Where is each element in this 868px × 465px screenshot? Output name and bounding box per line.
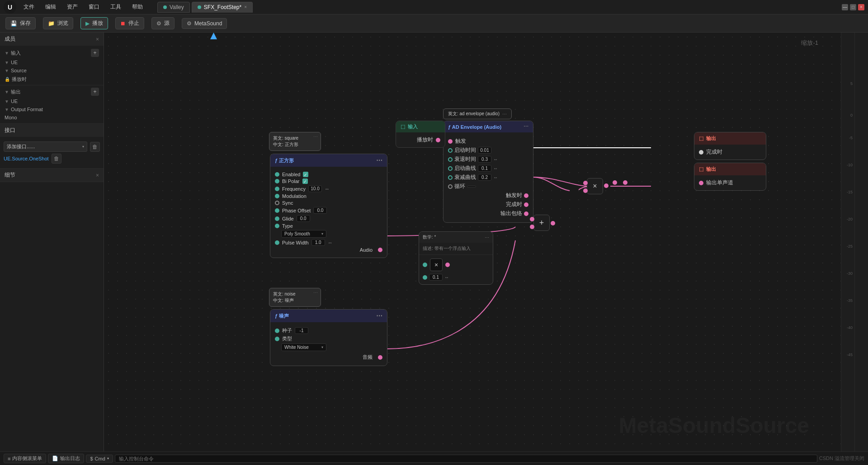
square-label-expand[interactable]: ⋯: [313, 134, 318, 139]
modulation-label: Modulation: [282, 193, 307, 199]
bipolar-checkbox[interactable]: ✓: [302, 178, 308, 184]
sidebar-item-mono[interactable]: Mono: [0, 113, 104, 122]
play-label: 播放: [92, 19, 103, 27]
sidebar-item-output-format[interactable]: ▼ Output Format: [0, 105, 104, 113]
browse-button[interactable]: 浏览: [43, 17, 73, 29]
minimize-button[interactable]: —: [842, 4, 848, 10]
audio-out-label: Audio: [360, 247, 373, 253]
math-val-value[interactable]: 0.1: [429, 274, 443, 281]
menu-edit[interactable]: 编辑: [42, 1, 60, 13]
console-input[interactable]: [115, 455, 817, 463]
pulse-label: Pulse Width: [282, 240, 309, 245]
math-val-port: [423, 275, 427, 280]
sidebar-item-input[interactable]: ▼ 输入 +: [0, 47, 104, 58]
status-right: CSDN 溢流管理关闭: [819, 455, 864, 462]
noise-dots-icon[interactable]: ⋯: [376, 312, 382, 319]
math-dots-icon[interactable]: ⋯: [485, 235, 489, 240]
noise-label-node: 英文: noise 中文: 噪声 ⋯: [269, 288, 321, 307]
add-output-button[interactable]: +: [91, 88, 99, 96]
sidebar-item-output[interactable]: ▼ 输出 +: [0, 86, 104, 97]
noise-label-expand[interactable]: ⋯: [313, 290, 318, 295]
sidebar-item-source[interactable]: ▼ Source: [0, 66, 104, 75]
pulse-value[interactable]: 1.0: [311, 239, 325, 246]
pulse-port: [275, 240, 279, 245]
playback-port: [436, 138, 440, 142]
metasound-button[interactable]: MetaSound: [182, 18, 227, 29]
menu-window[interactable]: 窗口: [85, 1, 103, 13]
add-interface-dropdown[interactable]: 添加接口...... ▾: [4, 141, 87, 152]
ue2-arrow-icon: ▼: [5, 99, 9, 104]
output-log-button[interactable]: 📄 输出日志: [48, 454, 84, 463]
ue2-label: UE: [11, 99, 18, 104]
main-area: 成员 × ▼ 输入 + ▼ UE ▼ Source: [0, 33, 868, 465]
add-box: +: [533, 215, 550, 231]
atk-curve-value[interactable]: 0.1: [478, 165, 491, 172]
sidebar-item-playback[interactable]: 🔒 播放时: [0, 75, 104, 84]
square-dots-icon[interactable]: ⋯: [376, 157, 382, 164]
menu-tools[interactable]: 工具: [107, 1, 125, 13]
cmd-button[interactable]: $ Cmd ▾: [86, 455, 113, 463]
frequency-value[interactable]: 10.0: [308, 185, 322, 192]
sidebar-item-ue[interactable]: ▼ UE: [0, 58, 104, 66]
output-node-top: ⬚ 输出 完成时: [694, 132, 766, 160]
close-button[interactable]: ×: [858, 4, 864, 10]
noise-type-dropdown[interactable]: White Noise ▾: [281, 343, 326, 351]
ad-title-expand-icon[interactable]: ⋯: [502, 112, 507, 117]
members-header[interactable]: 成员 ×: [0, 33, 104, 46]
seed-label: 种子: [282, 327, 292, 334]
ad-node-body: 触发 启动时间 0.01 衰退时间 0.3 ↔ 启动: [443, 132, 533, 222]
output-format-label: Output Format: [11, 107, 43, 112]
bipolar-label: Bi Polar: [282, 178, 300, 184]
ad-dots-icon[interactable]: ⋯: [524, 124, 528, 130]
square-node-header: ƒ 正方形 ⋯: [270, 154, 387, 167]
play-button[interactable]: 播放: [80, 17, 108, 29]
maximize-button[interactable]: □: [850, 4, 856, 10]
decay-curve-value[interactable]: 0.2: [478, 174, 491, 181]
glide-label: Glide: [282, 216, 294, 221]
output-node-bottom: ⬚ 输出 输出单声道: [694, 163, 766, 191]
members-close-icon[interactable]: ×: [96, 36, 99, 42]
source-arrow-icon: ▼: [5, 68, 9, 73]
canvas[interactable]: 缩放-1 MetaSoundSource: [104, 33, 854, 465]
titlebar: U 文件 编辑 资产 窗口 工具 帮助 Valley SFX_FootStep*…: [0, 0, 868, 14]
title-tabs: Valley SFX_FootStep* ×: [157, 2, 253, 13]
delete-button2[interactable]: 🗑: [52, 154, 61, 164]
sync-port: [275, 201, 279, 205]
details-close-icon[interactable]: ×: [96, 172, 99, 178]
type-dropdown[interactable]: Poly Smooth ▾: [281, 230, 326, 238]
scale-5: 5: [850, 81, 853, 86]
save-button[interactable]: 保存: [5, 17, 36, 29]
add-input-button[interactable]: +: [91, 49, 99, 57]
scale-n20: -20: [847, 217, 853, 221]
phase-value[interactable]: 0.0: [313, 207, 327, 214]
stop-button[interactable]: 停止: [115, 17, 144, 29]
interface-header[interactable]: 接口: [0, 124, 104, 137]
menu-help[interactable]: 帮助: [128, 1, 146, 13]
noise-label-line1: 英文: noise: [273, 291, 317, 297]
ad-header-label: ƒ AD Envelope (Audio): [448, 124, 501, 130]
enabled-checkbox[interactable]: ✓: [303, 172, 308, 177]
menu-asset[interactable]: 资产: [63, 1, 81, 13]
details-header[interactable]: 细节 ×: [0, 169, 104, 182]
source-button[interactable]: 源: [151, 17, 175, 29]
members-label: 成员: [5, 35, 15, 43]
done-in-port: [699, 150, 703, 155]
attack-value[interactable]: 0.01: [478, 147, 491, 154]
tab-valley[interactable]: Valley: [157, 2, 190, 13]
on-trigger-row: 触发时: [448, 192, 528, 199]
content-sidebar-button[interactable]: ≡ 内容侧滚菜单: [4, 454, 46, 463]
ad-node-header: ƒ AD Envelope (Audio) ⋯: [443, 121, 533, 132]
seed-value[interactable]: -1: [295, 327, 308, 334]
close-tab-icon[interactable]: ×: [244, 5, 247, 9]
input-label: 输入: [11, 50, 21, 56]
ue-source-link[interactable]: UE.Source.OneShot: [4, 156, 49, 161]
sidebar-item-ue2[interactable]: ▼ UE: [0, 97, 104, 105]
glide-value[interactable]: 0.0: [297, 215, 310, 222]
menu-file[interactable]: 文件: [20, 1, 38, 13]
delete-button[interactable]: 🗑: [90, 142, 100, 152]
noise-node: ƒ 噪声 ⋯ 种子 -1 类型 White Noise ▾: [270, 309, 387, 366]
decay-value[interactable]: 0.3: [478, 156, 491, 163]
tab-sfx[interactable]: SFX_FootStep* ×: [192, 2, 253, 13]
seed-row: 种子 -1: [275, 327, 382, 334]
multiply-box-1: ×: [587, 178, 603, 194]
